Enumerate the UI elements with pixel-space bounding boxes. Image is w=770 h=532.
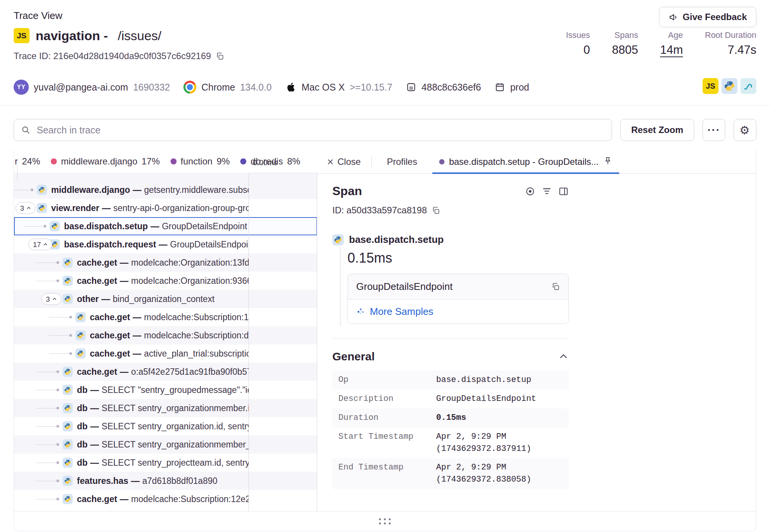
tree-row[interactable]: 3 other—bind_organization_context: [14, 290, 317, 308]
python-span-icon: [63, 294, 73, 304]
tree-row[interactable]: db—SELECT "sentry_groupedmessage"."id", …: [14, 381, 317, 399]
stat-root-duration: Root Duration 7.47s: [705, 30, 756, 57]
span-desc: modelcache:Subscription:12e231d1b: [144, 312, 249, 322]
tree-row[interactable]: cache.get—active_plan_trial:subscription…: [14, 344, 317, 363]
general-section-header[interactable]: General: [332, 350, 569, 363]
python-span-icon: [37, 203, 47, 213]
timeline-left-border[interactable]: [249, 173, 249, 511]
reset-zoom-button[interactable]: Reset Zoom: [620, 119, 694, 141]
separator: —: [120, 258, 128, 268]
trace-stats: Issues 0 Spans 8805 Age 14m Root Duratio…: [566, 30, 756, 57]
timeline-right-border[interactable]: [317, 173, 317, 511]
tree-row-partial: [14, 173, 317, 181]
user-email: yuval@pangea-ai.com: [34, 82, 128, 93]
copy-trace-id-button[interactable]: [216, 52, 224, 61]
span-op-name: base.dispatch.setup: [349, 234, 444, 246]
collapse-badge[interactable]: 17: [28, 239, 52, 250]
span-op: base.dispatch.setup: [64, 221, 148, 231]
python-span-icon: [75, 330, 86, 341]
tree-row[interactable]: cache.get—o:a5f42e275d1ac91fba90f0b570d1…: [14, 363, 317, 381]
tree-row-text: base.dispatch.request—GroupDetailsEndpoi…: [64, 239, 249, 250]
tree-row[interactable]: base.dispatch.setup—GroupDetailsEndpoint: [14, 217, 317, 235]
focus-icon[interactable]: [525, 186, 535, 197]
span-op: cache.get: [77, 276, 117, 286]
connector-dot: [56, 280, 59, 282]
connector-line: [36, 281, 57, 281]
python-span-icon: [63, 421, 73, 432]
general-row: Description GroupDetailsEndpoint: [332, 390, 569, 408]
more-samples-row[interactable]: More Samples: [348, 300, 568, 324]
tree-row[interactable]: 17 base.dispatch.request—GroupDetailsEnd…: [14, 235, 317, 253]
legend-item[interactable]: middleware.django 17%: [51, 156, 160, 167]
tree-row[interactable]: cache.get—modelcache:Organization:13fd28…: [14, 253, 317, 272]
connector-dot: [56, 425, 59, 428]
legend-item[interactable]: r 24%: [15, 156, 40, 167]
section-divider: [332, 338, 569, 339]
collapse-badge[interactable]: 3: [16, 202, 36, 214]
tree-row[interactable]: cache.get—modelcache:Subscription:12e231…: [14, 308, 317, 326]
settings-gear-button[interactable]: ⚙: [734, 119, 756, 141]
search-icon: [21, 125, 31, 135]
chevron-up-icon: [43, 243, 48, 246]
separator: —: [120, 367, 128, 377]
python-span-icon: [75, 349, 86, 359]
environment-meta: prod: [495, 82, 529, 93]
more-samples-link[interactable]: More Samples: [370, 306, 434, 318]
tree-row[interactable]: cache.get—modelcache:Subscription:12e231…: [14, 490, 317, 508]
search-input[interactable]: [36, 124, 605, 136]
legend-pct: 17%: [142, 156, 160, 167]
separator: —: [133, 312, 141, 322]
tree-row-text: other—bind_organization_context: [77, 294, 249, 304]
span-op-row: base.dispatch.setup: [332, 234, 584, 246]
tree-row[interactable]: 3 view.render—sentry-api-0-organization-…: [14, 199, 317, 217]
tab-profiles[interactable]: Profiles: [380, 150, 424, 174]
copy-description-button[interactable]: [551, 282, 560, 291]
tree-row[interactable]: features.has—a7d618b8df01a890: [14, 472, 317, 490]
span-section-title: Span: [332, 184, 362, 198]
span-desc: SELECT sentry_organization.id, sentry_or…: [102, 421, 249, 431]
python-span-icon: [63, 367, 73, 377]
give-feedback-button[interactable]: Give Feedback: [659, 7, 756, 27]
tree-row[interactable]: cache.get—modelcache:Subscription:dd5c5b…: [14, 326, 317, 344]
chevron-up-icon: [52, 297, 57, 301]
badge-count: 3: [46, 295, 50, 303]
chrome-icon: [183, 81, 196, 94]
platform-js-badge: JS: [703, 78, 718, 94]
connector-line: [36, 372, 57, 372]
badge-count: 3: [20, 204, 24, 212]
tree-row[interactable]: db—SELECT sentry_organizationmember.id, …: [14, 399, 317, 417]
os-name: Mac OS X: [302, 82, 345, 93]
trace-id: Trace ID: 216e04d28d1940da9c0f0357c6c921…: [14, 51, 211, 61]
connector-dot: [56, 371, 59, 373]
separator: —: [133, 330, 141, 340]
tree-row[interactable]: middleware.django—getsentry.middleware.s…: [14, 181, 317, 199]
split-panel-icon[interactable]: [558, 186, 569, 197]
span-desc: a7d618b8df01a890: [142, 476, 218, 486]
span-op: cache.get: [77, 258, 117, 268]
copy-span-id-button[interactable]: [432, 206, 440, 215]
legend-dot: [51, 158, 57, 164]
tree-row[interactable]: db—SELECT sentry_organization.id, sentry…: [14, 417, 317, 435]
collapse-badge[interactable]: 3: [41, 293, 61, 305]
device-id: 488c8c636ef6: [421, 82, 481, 93]
span-desc: GroupDetailsEndpoint: [170, 239, 249, 249]
legend-pct: 24%: [22, 156, 40, 167]
span-op: db: [77, 421, 88, 431]
more-options-button[interactable]: ···: [703, 119, 725, 141]
flamegraph-icon[interactable]: [542, 186, 552, 197]
general-table: Op base.dispatch.setup Description Group…: [332, 371, 569, 489]
legend-item[interactable]: function 9%: [171, 156, 230, 167]
span-detail-panel: × Close Profiles base.dispatch.setup - G…: [317, 150, 756, 511]
span-desc: bind_organization_context: [113, 294, 215, 304]
stat-label: Root Duration: [705, 30, 756, 40]
resize-handle[interactable]: [379, 518, 391, 524]
close-drawer-button[interactable]: × Close: [325, 156, 363, 168]
tab-span-details[interactable]: base.dispatch.setup - GroupDetails...: [432, 150, 619, 174]
chevron-up-icon[interactable]: [558, 351, 569, 362]
connector-line: [49, 335, 70, 336]
pin-icon[interactable]: [603, 156, 612, 167]
tree-row[interactable]: db—SELECT sentry_projectteam.id, sentry_…: [14, 454, 317, 472]
connector-dot: [69, 316, 72, 319]
tree-row[interactable]: db—SELECT sentry_organizationmember_team…: [14, 435, 317, 454]
tree-row[interactable]: cache.get—modelcache:Organization:936608…: [14, 272, 317, 290]
